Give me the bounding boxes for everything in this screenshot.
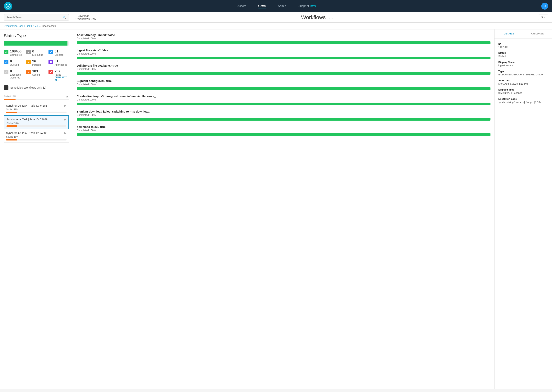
scheduled-icon: [4, 85, 8, 90]
step-progress-3: [77, 87, 490, 90]
status-label: Status: [498, 51, 548, 54]
failed-count: 237: [55, 69, 69, 73]
workflow-status-3: Stalled 18%: [6, 135, 66, 138]
completed-icon: [4, 50, 8, 54]
step-progress-0: [77, 41, 490, 44]
elapsed-value: 0 Minutes, 8 Seconds: [498, 91, 548, 94]
nav-assets[interactable]: Assets: [238, 4, 246, 8]
execution-value: synchronizing 1 assets | Range: [0,10): [498, 101, 548, 104]
toolbar: 🔍 DownloadWorkflows Only Workflows ... S…: [0, 12, 552, 23]
nav-admin[interactable]: Admin: [278, 4, 286, 8]
detail-elapsed: Elapsed Time 0 Minutes, 8 Seconds: [498, 88, 548, 94]
tab-details[interactable]: DETAILS: [494, 29, 523, 38]
created-count: 61: [55, 49, 64, 53]
search-icon: 🔍: [63, 15, 66, 19]
tab-children[interactable]: CHILDREN: [523, 29, 552, 38]
app-logo[interactable]: [4, 2, 12, 10]
status-executing[interactable]: 0 Executing: [26, 49, 46, 56]
status-abandoned[interactable]: 31 Abandoned: [49, 59, 69, 66]
user-avatar[interactable]: U: [541, 3, 548, 10]
step-item-0: Asset Already Linked? false Completed 10…: [77, 33, 490, 44]
execution-label: Execution Label: [498, 98, 548, 100]
created-label: Created: [55, 53, 64, 56]
detail-id: ID 1192503: [498, 42, 548, 49]
step-item-5: Signiant download failed, switching to h…: [77, 110, 490, 121]
step-item-6: download to s3? true Completed 100%: [77, 125, 490, 136]
workflow-item-1[interactable]: Synchronize Task | Task ID: 74688 ▶ Stal…: [4, 102, 69, 115]
play-icon-1[interactable]: ▶: [64, 104, 66, 107]
collapse-icon[interactable]: ▲: [65, 94, 69, 98]
status-queued[interactable]: 0 Queued: [4, 59, 24, 66]
workflow-progress-2: [7, 125, 66, 127]
stalled-header: Stalled 18%: [4, 95, 16, 98]
workflows-dots: ...: [329, 14, 333, 20]
nav-blueprint[interactable]: Blueprint BETA: [298, 4, 316, 8]
executing-label: Executing: [32, 53, 43, 56]
step-title-0: Asset Already Linked? false: [77, 33, 490, 36]
step-item-2: collaborate file available? true Complet…: [77, 64, 490, 75]
step-progress-6: [77, 133, 490, 136]
top-nav: Assets Status Admin Blueprint BETA U: [0, 0, 552, 12]
start-date-label: Start Date: [498, 79, 548, 82]
workflow-item-3[interactable]: Synchronize Task | Task ID: 74688 ▶ Stal…: [4, 129, 69, 143]
step-subtitle-4: Completed 100%: [77, 98, 490, 101]
download-check: DownloadWorkflows Only: [73, 14, 96, 21]
workflow-title-1: Synchronize Task | Task ID: 74688: [6, 104, 47, 107]
scheduled-text: Scheduled Workflows Only (2): [10, 86, 46, 89]
step-progress-1: [77, 57, 490, 59]
download-checkbox[interactable]: [73, 16, 76, 19]
exception-count: 0: [10, 69, 21, 73]
sort-button[interactable]: Sor: [538, 14, 548, 20]
status-type-title: Status Type: [4, 33, 69, 38]
play-icon-3[interactable]: ▶: [64, 131, 66, 135]
download-label: DownloadWorkflows Only: [77, 14, 96, 21]
status-stalled[interactable]: 183 Stalled: [26, 69, 46, 82]
queued-count: 0: [10, 59, 19, 63]
executing-count: 0: [32, 49, 43, 53]
id-label: ID: [498, 42, 548, 45]
abandoned-label: Abandoned: [55, 63, 67, 66]
breadcrumb-link[interactable]: Synchronize Task | Task ID: 74...: [4, 25, 40, 27]
step-subtitle-1: Completed 100%: [77, 52, 490, 55]
workflow-title-2: Synchronize Task | Task ID: 74688: [7, 118, 48, 121]
queued-icon: [4, 60, 8, 64]
detail-execution: Execution Label synchronizing 1 assets |…: [498, 98, 548, 104]
logo-icon: [5, 3, 11, 9]
step-progress-4: [77, 103, 490, 105]
deselect-all-button[interactable]: DESELECT ALL: [55, 76, 69, 82]
main-layout: Status Type 109456 Completed: [0, 29, 552, 389]
workflow-list: Stalled 18% ▲ Synchronize Task | Task ID…: [4, 93, 69, 143]
display-name-value: ingest assets: [498, 64, 548, 67]
breadcrumb: Synchronize Task | Task ID: 74... / inge…: [0, 23, 552, 29]
elapsed-label: Elapsed Time: [498, 88, 548, 91]
search-input[interactable]: [6, 16, 63, 19]
step-item-4: Create directory: s3:lb-regtest:remedia/…: [77, 95, 490, 105]
step-title-3: Signiant configured? true: [77, 79, 490, 83]
status-created[interactable]: 61 Created: [49, 49, 69, 56]
step-subtitle-2: Completed 100%: [77, 68, 490, 70]
workflow-item-2[interactable]: Synchronize Task | Task ID: 74688 ▶ Stal…: [4, 115, 69, 129]
created-icon: [49, 50, 53, 54]
stalled-label: Stalled: [32, 73, 40, 76]
nav-links: Assets Status Admin Blueprint BETA: [12, 4, 541, 8]
abandoned-icon: [49, 60, 53, 64]
play-icon-2[interactable]: ▶: [64, 118, 66, 121]
failed-label: Failed: [55, 73, 69, 76]
detail-display-name: Display Name ingest assets: [498, 61, 548, 67]
step-subtitle-0: Completed 100%: [77, 37, 490, 40]
status-exception[interactable]: 0 ExceptionOccurred: [4, 69, 24, 82]
status-paused[interactable]: 96 Paused: [26, 59, 46, 66]
right-panel: DETAILS CHILDREN ID 1192503 Status Stall…: [494, 29, 552, 389]
paused-icon: [26, 60, 31, 64]
detail-type: Type EXECUTESUBFLOWSTEPEXECUTION: [498, 70, 548, 76]
step-subtitle-3: Completed 100%: [77, 83, 490, 86]
paused-count: 96: [32, 59, 41, 63]
step-progress-5: [77, 118, 490, 121]
status-completed[interactable]: 109456 Completed: [4, 49, 24, 56]
step-title-6: download to s3? true: [77, 125, 490, 128]
display-name-label: Display Name: [498, 61, 548, 63]
left-panel: Status Type 109456 Completed: [0, 29, 73, 389]
status-failed[interactable]: 237 Failed DESELECT ALL: [49, 69, 69, 82]
nav-status[interactable]: Status: [258, 4, 266, 8]
search-box[interactable]: 🔍: [4, 14, 69, 21]
